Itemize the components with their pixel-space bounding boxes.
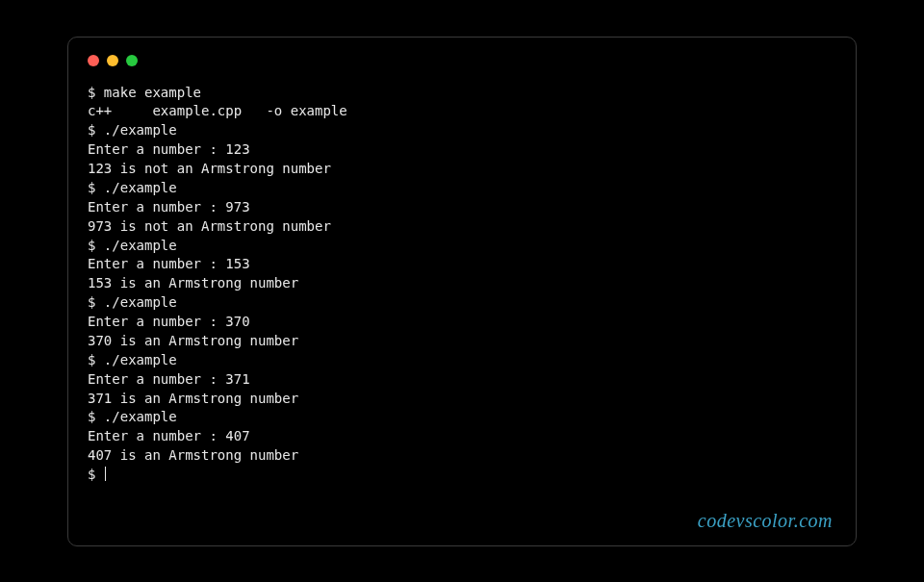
- terminal-line: c++ example.cpp -o example: [88, 103, 347, 118]
- terminal-line: 407 is an Armstrong number: [88, 447, 298, 463]
- close-icon[interactable]: [88, 55, 99, 66]
- terminal-prompt[interactable]: $: [88, 467, 104, 482]
- terminal-line: 153 is an Armstrong number: [88, 275, 298, 291]
- terminal-line: Enter a number : 370: [88, 314, 250, 329]
- terminal-line: $ ./example: [88, 294, 177, 310]
- terminal-line: 973 is not an Armstrong number: [88, 218, 331, 234]
- terminal-line: $ ./example: [88, 180, 177, 195]
- terminal-output[interactable]: $ make example c++ example.cpp -o exampl…: [88, 84, 836, 532]
- terminal-line: $ ./example: [88, 409, 177, 424]
- watermark: codevscolor.com: [698, 510, 833, 532]
- terminal-line: Enter a number : 973: [88, 199, 250, 215]
- terminal-line: $ ./example: [88, 122, 177, 138]
- maximize-icon[interactable]: [126, 55, 138, 66]
- terminal-line: $ ./example: [88, 238, 177, 253]
- terminal-line: Enter a number : 153: [88, 256, 250, 271]
- terminal-line: 123 is not an Armstrong number: [88, 161, 331, 176]
- terminal-line: Enter a number : 371: [88, 371, 250, 387]
- terminal-line: Enter a number : 407: [88, 428, 250, 443]
- minimize-icon[interactable]: [107, 55, 118, 66]
- terminal-line: 370 is an Armstrong number: [88, 333, 298, 348]
- terminal-line: Enter a number : 123: [88, 141, 250, 157]
- cursor-icon: [105, 467, 106, 481]
- terminal-window: $ make example c++ example.cpp -o exampl…: [67, 37, 857, 546]
- window-title-bar: [88, 55, 836, 66]
- terminal-line: $ make example: [88, 85, 201, 100]
- terminal-line: $ ./example: [88, 352, 177, 367]
- terminal-line: 371 is an Armstrong number: [88, 391, 298, 406]
